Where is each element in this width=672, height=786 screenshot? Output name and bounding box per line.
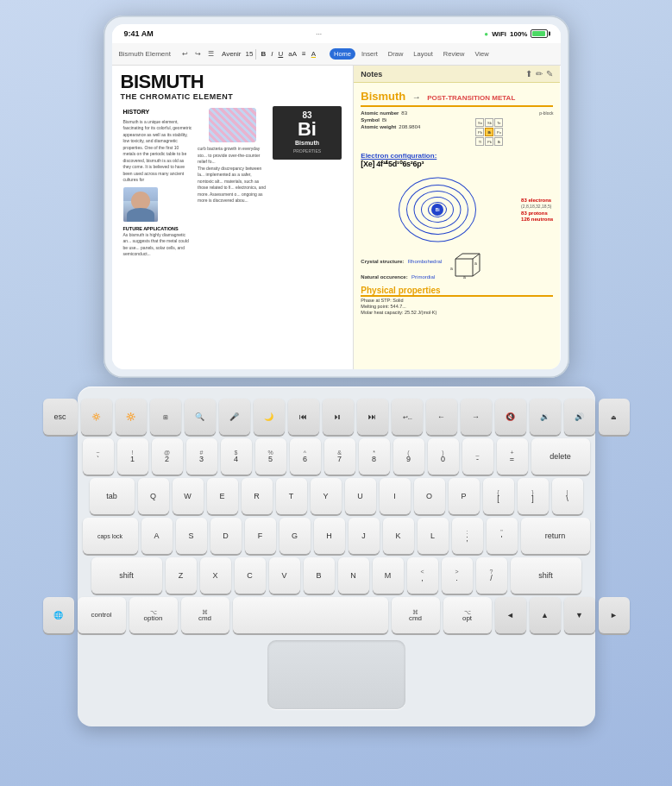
key-rshift[interactable]: shift [511, 557, 581, 594]
key-4[interactable]: $4 [221, 438, 252, 475]
key-w[interactable]: W [173, 478, 204, 514]
key-p[interactable]: P [449, 478, 480, 514]
key-option[interactable]: ⌥option [129, 597, 178, 633]
key-0[interactable]: )0 [428, 438, 459, 475]
key-globe[interactable]: 🌐 [43, 597, 74, 633]
key-k[interactable]: K [383, 518, 414, 554]
key-q[interactable]: Q [138, 478, 169, 514]
key-5[interactable]: %5 [255, 438, 286, 475]
font-size[interactable]: 15 [246, 50, 254, 58]
key-minus[interactable]: _- [462, 438, 493, 475]
redo-button[interactable]: ↪ [192, 49, 204, 59]
key-s[interactable]: S [176, 518, 207, 554]
key-rbracket[interactable]: }] [518, 478, 549, 514]
key-u[interactable]: U [345, 478, 376, 514]
key-brightness-up[interactable]: 🔆 [116, 399, 147, 435]
key-m[interactable]: M [373, 557, 404, 594]
key-equals[interactable]: += [497, 438, 528, 475]
compose-icon[interactable]: ✎ [546, 69, 553, 79]
key-8[interactable]: *8 [359, 438, 390, 475]
bold-button[interactable]: B [259, 49, 267, 59]
key-mission-control[interactable]: ⊞ [150, 399, 181, 435]
key-vol-up[interactable]: 🔊 [564, 399, 595, 435]
key-ropt[interactable]: ⌥opt [443, 597, 492, 633]
key-6[interactable]: ^6 [290, 438, 321, 475]
key-comma[interactable]: <, [407, 557, 438, 594]
key-lshift[interactable]: shift [91, 557, 162, 594]
tab-insert[interactable]: Insert [357, 48, 382, 60]
key-9[interactable]: (9 [393, 438, 424, 475]
key-period[interactable]: >. [442, 557, 473, 594]
key-dictation[interactable]: 🎤 [219, 399, 250, 435]
key-up[interactable]: ▲ [530, 597, 561, 633]
key-esc[interactable]: esc [43, 399, 78, 435]
key-search[interactable]: 🔍 [185, 399, 216, 435]
key-down[interactable]: ▼ [564, 597, 595, 633]
key-mute[interactable]: 🔇 [495, 399, 526, 435]
key-control[interactable]: control [78, 597, 126, 633]
key-y[interactable]: Y [311, 478, 342, 514]
font-name[interactable]: Avenir [222, 50, 242, 58]
key-r[interactable]: R [242, 478, 273, 514]
key-lock[interactable]: ⏏ [599, 399, 630, 435]
key-7[interactable]: &7 [324, 438, 355, 475]
key-capslock[interactable]: caps lock [83, 518, 138, 554]
key-dnd[interactable]: 🌙 [254, 399, 285, 435]
key-back[interactable]: ← [426, 399, 457, 435]
key-j[interactable]: J [349, 518, 380, 554]
key-g[interactable]: G [279, 518, 311, 554]
color-button[interactable]: A [310, 49, 317, 59]
key-ffwd[interactable]: ⏭ [357, 399, 388, 435]
tab-review[interactable]: Review [439, 48, 469, 60]
key-rcmd[interactable]: ⌘cmd [392, 597, 440, 633]
key-o[interactable]: O [414, 478, 445, 514]
key-semicolon[interactable]: :; [452, 518, 483, 554]
align-button[interactable]: ≡ [300, 49, 308, 59]
key-lcmd[interactable]: ⌘cmd [181, 597, 229, 633]
key-tab[interactable]: tab [90, 478, 135, 514]
key-n[interactable]: N [338, 557, 369, 594]
key-h[interactable]: H [314, 518, 345, 554]
key-i[interactable]: I [380, 478, 411, 514]
key-b[interactable]: B [304, 557, 335, 594]
key-lbracket[interactable]: {[ [483, 478, 514, 514]
key-v[interactable]: V [269, 557, 300, 594]
tab-layout[interactable]: Layout [409, 48, 437, 60]
key-a[interactable]: A [141, 518, 173, 554]
key-x[interactable]: X [200, 557, 231, 594]
key-d[interactable]: D [210, 518, 242, 554]
key-right[interactable]: ► [599, 597, 630, 633]
key-play[interactable]: ⏯ [323, 399, 354, 435]
key-delete[interactable]: delete [531, 438, 590, 475]
tab-home[interactable]: Home [330, 48, 355, 60]
key-l[interactable]: L [418, 518, 449, 554]
key-backslash[interactable]: |\ [552, 478, 583, 514]
key-brightness-down[interactable]: 🔅 [81, 399, 112, 435]
key-2[interactable]: @2 [152, 438, 183, 475]
key-e[interactable]: E [207, 478, 238, 514]
key-slash[interactable]: ?/ [476, 557, 507, 594]
pencil-icon[interactable]: ✏ [536, 69, 543, 79]
undo-button[interactable]: ↩ [179, 49, 191, 59]
key-space[interactable] [233, 597, 388, 633]
trackpad[interactable] [267, 640, 405, 709]
key-fwd[interactable]: → [461, 399, 492, 435]
share-icon[interactable]: ⬆ [525, 69, 532, 79]
key-left[interactable]: ◄ [495, 597, 526, 633]
key-z[interactable]: Z [166, 557, 197, 594]
italic-button[interactable]: I [269, 49, 274, 59]
key-3[interactable]: #3 [186, 438, 217, 475]
key-rewind[interactable]: ⏮ [288, 399, 319, 435]
tab-draw[interactable]: Draw [384, 48, 408, 60]
underline-button[interactable]: U [276, 49, 285, 59]
key-backtick[interactable]: ~` [83, 438, 114, 475]
format-button[interactable]: ☰ [205, 49, 217, 59]
key-vol-down[interactable]: 🔉 [530, 399, 561, 435]
text-size-button[interactable]: aA [286, 49, 298, 59]
key-f[interactable]: F [245, 518, 276, 554]
key-1[interactable]: !1 [117, 438, 148, 475]
tab-view[interactable]: View [470, 48, 493, 60]
key-t[interactable]: T [276, 478, 307, 514]
key-skip[interactable]: ↩⎵ [392, 399, 423, 435]
key-quote[interactable]: "' [487, 518, 518, 554]
